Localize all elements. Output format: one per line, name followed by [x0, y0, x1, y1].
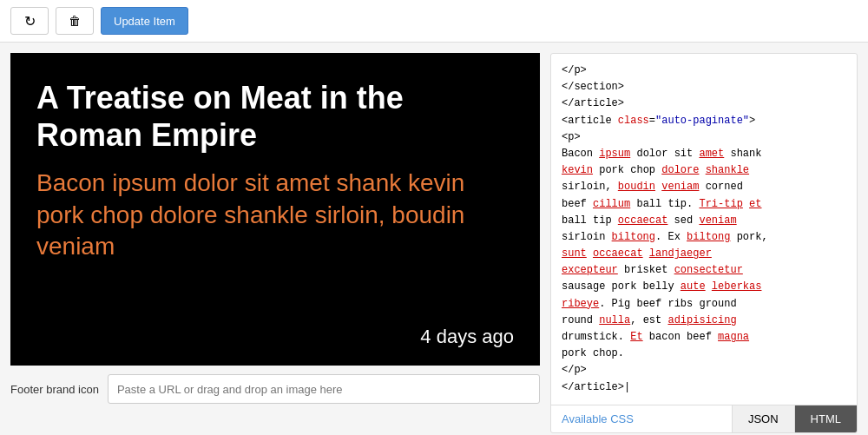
code-line: <article class="auto-paginate">: [562, 113, 846, 129]
preview-image: A Treatise on Meat in the Roman Empire B…: [10, 53, 540, 366]
refresh-button[interactable]: ↻: [10, 7, 49, 35]
code-line: sirloin biltong. Ex biltong pork,: [562, 229, 846, 246]
code-panel: </p> </section> </article> <article clas…: [550, 53, 858, 433]
code-line: </p>: [562, 63, 846, 79]
main-content: A Treatise on Meat in the Roman Empire B…: [0, 43, 868, 435]
toolbar: ↻ 🗑 Update Item: [0, 0, 868, 43]
code-line: </article>|: [562, 379, 846, 396]
code-line: beef cillum ball tip. Tri-tip et: [562, 196, 846, 213]
preview-date: 4 days ago: [36, 326, 514, 348]
code-line: ball tip occaecat sed veniam: [562, 213, 846, 229]
preview-panel: A Treatise on Meat in the Roman Empire B…: [10, 53, 540, 433]
available-css-label: Available CSS: [551, 405, 732, 432]
code-line: round nulla, est adipisicing: [562, 313, 846, 329]
code-line: sunt occaecat landjaeger: [562, 246, 846, 262]
code-line: excepteur brisket consectetur: [562, 262, 846, 279]
code-line: ribeye. Pig beef ribs ground: [562, 296, 846, 313]
code-footer: Available CSS JSON HTML: [551, 405, 857, 432]
footer-field-row: Footer brand icon: [10, 374, 540, 404]
delete-button[interactable]: 🗑: [56, 7, 94, 35]
json-tab-button[interactable]: JSON: [732, 405, 794, 432]
preview-title: A Treatise on Meat in the Roman Empire: [36, 79, 514, 154]
code-line: </section>: [562, 79, 846, 96]
code-line: </article>: [562, 96, 846, 112]
update-item-button[interactable]: Update Item: [101, 7, 188, 35]
code-line: drumstick. Et bacon beef magna: [562, 329, 846, 346]
code-line: kevin pork chop dolore shankle: [562, 162, 846, 179]
code-line: pork chop.: [562, 346, 846, 362]
code-line: <p>: [562, 129, 846, 146]
code-content: </p> </section> </article> <article clas…: [551, 54, 857, 405]
preview-body: Bacon ipsum dolor sit amet shank kevin p…: [36, 168, 514, 262]
footer-brand-icon-input[interactable]: [108, 374, 540, 404]
code-line: Bacon ipsum dolor sit amet shank: [562, 146, 846, 162]
code-line: sausage pork belly aute leberkas: [562, 279, 846, 295]
code-line: sirloin, boudin veniam corned: [562, 179, 846, 195]
html-tab-button[interactable]: HTML: [794, 405, 857, 432]
trash-icon: 🗑: [69, 14, 81, 28]
code-line: </p>: [562, 362, 846, 379]
refresh-icon: ↻: [24, 13, 36, 30]
footer-brand-icon-label: Footer brand icon: [10, 383, 99, 396]
